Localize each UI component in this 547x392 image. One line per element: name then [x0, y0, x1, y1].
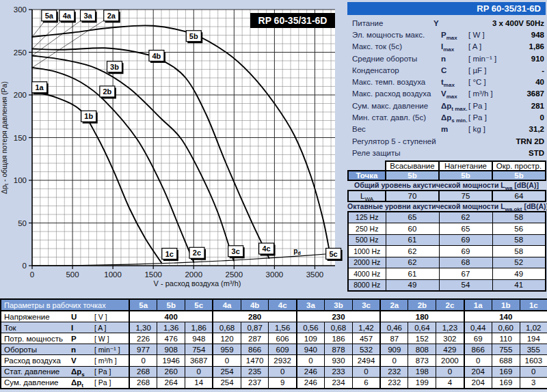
octave-value: 54 [439, 279, 492, 291]
quantity-symbol: Δpt [71, 378, 94, 387]
quantity-symbol: Y [433, 19, 459, 27]
spec-unit: [ kg ] [468, 125, 505, 133]
octave-value: 68 [439, 257, 492, 268]
op-row-label-cell: Сум. давлениеΔpt[ Pa ] [1, 377, 129, 389]
quantity-symbol: Δpt max. [441, 102, 468, 110]
op-row-label-text: Ток [1, 324, 71, 332]
op-data-cell: 0 [269, 366, 297, 377]
op-data-cell: 254 [213, 377, 241, 389]
operating-points-table: Параметры в рабочих точках5a5b5c4a4b4c3a… [0, 298, 547, 389]
op-data-cell: 808 [408, 344, 436, 355]
acoustic-lwa-table: LWA707564 [347, 190, 546, 202]
op-voltage-value: 180 [380, 311, 464, 322]
op-data-cell: 1,30 [129, 322, 157, 333]
spec-label: Сум. макс. давление [347, 102, 441, 110]
octave-frequency-label: 4000 Hz [348, 268, 386, 280]
op-data-cell: 1,02 [520, 322, 547, 333]
op-data-cell: 0 [520, 366, 547, 377]
quantity-symbol: tmax [441, 78, 468, 86]
acoustic-octave-title: Октавные уровни акустической мощности Lw… [347, 202, 546, 211]
quantity-symbol: U [71, 313, 94, 321]
spec-label: Питание [347, 19, 433, 27]
spec-label: Вес [347, 125, 441, 133]
x-tick-label: 0 [30, 270, 34, 279]
spec-value: 910 [505, 55, 546, 63]
op-data-cell: 69 [464, 333, 492, 344]
op-data-cell: 109 [297, 333, 325, 344]
op-data-cell: 476 [157, 333, 185, 344]
quantity-symbol: n [441, 55, 468, 63]
op-point-header: 4a [213, 299, 241, 311]
octave-value: 52 [492, 257, 546, 268]
spec-label: Средние обороты [347, 55, 441, 63]
quantity-symbol: P [71, 335, 94, 343]
op-data-cell: 186 [325, 333, 353, 344]
op-row-unit: [ Pa ] [94, 367, 129, 376]
operating-points-section: Параметры в рабочих точках5a5b5c4a4b4c3a… [0, 298, 547, 389]
op-point-header: 2a [380, 299, 408, 311]
op-data-cell: 429 [436, 344, 464, 355]
op-data-cell: 110 [492, 333, 520, 344]
op-data-cell: 0,68 [325, 322, 353, 333]
op-data-cell: 0,68 [213, 322, 241, 333]
op-data-cell: 120 [213, 333, 241, 344]
y-axis-title: Δpt - общая потеря давления (Pa) [0, 81, 10, 194]
op-data-cell: 6 [352, 377, 380, 389]
spec-value: TRN 2D [505, 137, 546, 145]
op-data-cell: 1,86 [185, 322, 213, 333]
point-label-3b: 3b [110, 63, 119, 71]
point-label-2c: 2c [193, 249, 201, 257]
op-row-label-text: Сум. давление [1, 378, 71, 387]
op-voltage-row: НапряжениеU[ V ]400280230180140 [1, 311, 547, 322]
op-data-cell: 866 [464, 344, 492, 355]
op-data-cell: 232 [380, 377, 408, 389]
spec-row: Макс. ток (5с)Imax[ A ]1,86 [347, 41, 546, 53]
op-point-header: 1c [520, 299, 547, 311]
acoustic-column-header: Всасывание [386, 161, 439, 171]
point-label-4c: 4c [262, 244, 270, 253]
op-data-cell: 302 [436, 333, 464, 344]
op-row-unit: [ m³/h ] [94, 356, 129, 365]
op-data-cell: 204 [464, 377, 492, 389]
op-voltage-value: 230 [297, 311, 380, 322]
op-row-label: Оборотыn[ min⁻¹ ] [1, 346, 129, 354]
x-tick-label: 500 [66, 270, 79, 279]
point-label-3c: 3c [232, 247, 240, 255]
op-point-header: 4c [269, 299, 297, 311]
octave-frequency-label: 125 Hz [348, 212, 386, 223]
op-row-label: НапряжениеU[ V ] [1, 313, 129, 321]
acoustic-total-unit: [dB(A)] [514, 181, 539, 189]
x-axis-title: V - расход воздуха (m³/h) [154, 279, 241, 288]
point-label-2b: 2b [103, 87, 111, 96]
spec-unit: [ µF ] [468, 66, 505, 74]
op-data-cell: 254 [213, 366, 241, 377]
op-data-cell: 688 [492, 355, 520, 366]
spec-unit: [ W ] [468, 31, 505, 39]
op-data-cell: 2932 [269, 355, 297, 366]
spec-row: Макс. темп. воздухаtmax[ °C ]40 [347, 76, 546, 87]
octave-row: 250 Hz606556 [348, 223, 546, 235]
spec-value: 31,2 [505, 125, 546, 133]
y-tick-label: 300 [14, 5, 27, 14]
op-data-cell: 235 [241, 366, 269, 377]
op-point-header: 3c [352, 299, 380, 311]
op-data-cell: 3687 [185, 355, 213, 366]
op-data-cell: 878 [325, 344, 353, 355]
op-data-cell: 246 [297, 377, 325, 389]
op-data-cell: 0,46 [380, 322, 408, 333]
acoustic-point-value: 5b [439, 171, 492, 180]
op-data-cell: 226 [129, 333, 157, 344]
op-data-cell: 940 [297, 344, 325, 355]
op-row-unit: [ W ] [94, 335, 129, 343]
spec-row: Макс. расход воздухаVmax[ m³/h ]3687 [347, 88, 546, 100]
quantity-symbol: Imax [441, 42, 468, 51]
op-data-cell: 152 [408, 333, 436, 344]
octave-value: 58 [492, 234, 546, 246]
op-data-cell: 606 [269, 333, 297, 344]
point-label-4a: 4a [63, 12, 72, 20]
acoustic-corner-cell [348, 161, 386, 171]
spec-unit: [ m³/h ] [468, 89, 505, 98]
spec-unit: [ A ] [468, 42, 505, 51]
x-tick-label: 1000 [104, 270, 122, 279]
op-data-cell: 948 [185, 333, 213, 344]
